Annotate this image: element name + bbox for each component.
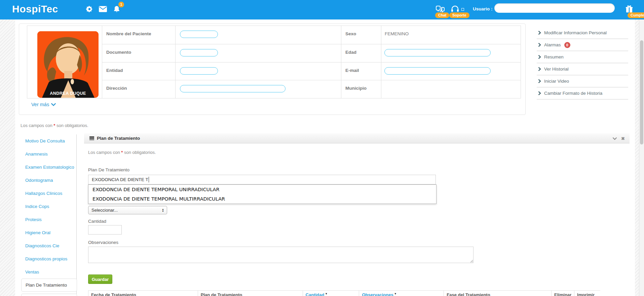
fase-select[interactable]: Seleccionar... ▲▼	[88, 206, 167, 214]
ver-mas-label: Ver más	[31, 102, 49, 107]
small-square-icon	[461, 8, 464, 11]
history-sections-nav: Motivo De Consulta Anamnesis Examen Esto…	[21, 134, 76, 279]
panel-menu-icon[interactable]	[89, 136, 94, 140]
menu-item-ver-historial[interactable]: Ver Historial	[537, 63, 628, 75]
nav-item-protesis[interactable]: Protesis	[21, 213, 76, 226]
chevron-right-icon	[538, 67, 541, 71]
menu-item-cambiar-formato[interactable]: Cambiar Formato de Historia	[537, 87, 628, 99]
nombre-cell	[175, 26, 341, 44]
edad-label: Edad	[341, 44, 381, 62]
vertical-scrollbar[interactable]	[639, 19, 644, 296]
soporte-badge[interactable]: Soporte	[449, 12, 469, 18]
observaciones-textarea[interactable]	[88, 247, 473, 263]
panel-close-icon[interactable]: ✖	[621, 136, 625, 141]
patient-name-caption: ANDREA DUQUE	[37, 91, 99, 96]
cumpleanos-badge[interactable]: Cumplea	[628, 12, 644, 18]
brand-logo[interactable]: HospiTec	[12, 3, 58, 15]
settings-gear-icon[interactable]	[85, 5, 94, 13]
fase-select-value: Seleccionar...	[91, 208, 118, 213]
menu-item-label: Cambiar Formato de Historia	[544, 91, 602, 96]
nav-item-diagnosticos-propios[interactable]: Diagnosticos propios	[21, 252, 76, 265]
chevron-right-icon	[538, 31, 541, 35]
select-arrows-icon: ▲▼	[162, 208, 164, 212]
nav-item-motivo-de-consulta[interactable]: Motivo De Consulta	[21, 134, 76, 147]
direccion-label: Dirección	[102, 80, 175, 98]
menu-item-modificar[interactable]: Modificar Informacion Personal	[537, 27, 628, 39]
sort-icon: ▼	[394, 292, 397, 295]
sexo-label: Sexo	[341, 26, 381, 44]
menu-item-label: Ver Historial	[544, 67, 569, 72]
nombre-label: Nombre del Paciente	[102, 26, 175, 44]
edad-input[interactable]	[384, 49, 491, 56]
chevron-right-icon	[538, 91, 541, 95]
nav-divider	[76, 134, 77, 296]
cantidad-input[interactable]	[88, 225, 122, 235]
required-fields-note: Los campos con * son obligatorios.	[21, 123, 88, 128]
documento-cell	[175, 44, 341, 62]
panel-required-fields-note: Los campos con * son obligatorios.	[88, 150, 156, 155]
nav-item-diagnosticos-cie[interactable]: Diagnosticos Cie	[21, 239, 76, 252]
patient-avatar: ANDREA DUQUE	[37, 31, 99, 98]
autocomplete-option[interactable]: EXODONCIA DE DIENTE TEMPORAL UNIRRADICUL…	[88, 185, 436, 194]
notification-count-badge[interactable]: 1	[118, 2, 124, 7]
col-fecha-de-tratamiento: Fecha de Tratamiento	[88, 291, 198, 296]
nav-item-plan-de-tratamiento-active[interactable]: Plan De Tratamiento	[21, 279, 77, 292]
documento-input[interactable]	[180, 49, 218, 56]
col-fase-del-tratamiento: Fase del Tratamiento	[444, 291, 552, 296]
chat-badge[interactable]: Chat	[435, 12, 449, 18]
nav-item-ventas[interactable]: Ventas	[21, 265, 76, 279]
entidad-cell	[175, 62, 341, 80]
top-navbar: HospiTec 1 Usuario : Chat Soporte Cumple…	[0, 0, 644, 19]
nav-item-partial[interactable]	[21, 294, 77, 296]
menu-item-label: Modificar Informacion Personal	[544, 30, 607, 35]
entidad-label: Entidad	[102, 62, 175, 80]
nav-item-examen-estomatologico[interactable]: Examen Estomatologico	[21, 161, 76, 174]
direccion-cell	[175, 80, 341, 98]
chevron-right-icon	[538, 43, 541, 47]
alarmas-count-badge: 0	[564, 42, 570, 48]
plan-autocomplete-input[interactable]: EXODONCIA DE DIENTE T	[88, 175, 436, 184]
scrollbar-thumb[interactable]	[640, 40, 643, 144]
col-eliminar: Eliminar	[552, 291, 574, 296]
menu-item-iniciar-video[interactable]: Iniciar Video	[537, 75, 628, 87]
autocomplete-dropdown: EXODONCIA DE DIENTE TEMPORAL UNIRRADICUL…	[88, 184, 437, 204]
col-cantidad-sortable[interactable]: Cantidad▼	[303, 291, 359, 296]
menu-item-resumen[interactable]: Resumen	[537, 51, 628, 63]
nav-item-higiene-oral[interactable]: Higiene Oral	[21, 226, 76, 239]
entidad-input[interactable]	[180, 67, 218, 75]
cantidad-label: Cantidad	[88, 219, 106, 224]
email-input[interactable]	[384, 67, 491, 75]
col-imprimir: Imprimir	[574, 291, 600, 296]
documento-label: Documento	[102, 44, 175, 62]
patient-photo-cell: ANDREA DUQUE	[27, 26, 102, 98]
edad-cell	[381, 44, 521, 62]
ver-mas-link[interactable]: Ver más	[31, 102, 56, 107]
nav-item-odontograma[interactable]: Odontograma	[21, 174, 76, 187]
text-caret	[149, 177, 149, 182]
mail-icon[interactable]	[99, 5, 107, 13]
chevron-right-icon	[538, 55, 541, 59]
panel-collapse-icon[interactable]	[612, 136, 617, 141]
patient-summary-card: ANDREA DUQUE Nombre del Paciente Sexo FE…	[19, 24, 526, 115]
menu-item-alarmas[interactable]: Alarmas 0	[537, 39, 628, 51]
menu-item-label: Iniciar Video	[544, 79, 569, 84]
col-observaciones-sortable[interactable]: Observaciones▼	[359, 291, 444, 296]
app-root: HospiTec 1 Usuario : Chat Soporte Cumple…	[0, 0, 644, 296]
menu-item-label: Resumen	[544, 54, 564, 59]
patient-info-table: ANDREA DUQUE Nombre del Paciente Sexo FE…	[27, 26, 521, 98]
panel-header: Plan de Tratamiento ✖	[84, 133, 630, 143]
nombre-input[interactable]	[180, 31, 218, 38]
panel-title: Plan de Tratamiento	[97, 136, 140, 141]
guardar-button[interactable]: Guardar	[88, 274, 112, 284]
direccion-input[interactable]	[180, 85, 286, 92]
nav-item-hallazgos-clinicos[interactable]: Hallazgos Clinicos	[21, 187, 76, 200]
observaciones-label: Observaciones	[88, 240, 118, 245]
usuario-label: Usuario :	[473, 6, 493, 11]
nav-item-anamnesis[interactable]: Anamnesis	[21, 147, 76, 161]
autocomplete-option[interactable]: EXODONCIA DE DIENTE TEMPORAL MULTIRRADIC…	[88, 194, 436, 204]
chevron-down-icon	[51, 103, 56, 106]
col-plan-de-tratamiento: Plan de Tratamiento	[198, 291, 303, 296]
sort-icon: ▼	[325, 292, 328, 295]
usuario-input[interactable]	[494, 3, 615, 13]
nav-item-indice-cops[interactable]: Indice Cops	[21, 200, 76, 213]
